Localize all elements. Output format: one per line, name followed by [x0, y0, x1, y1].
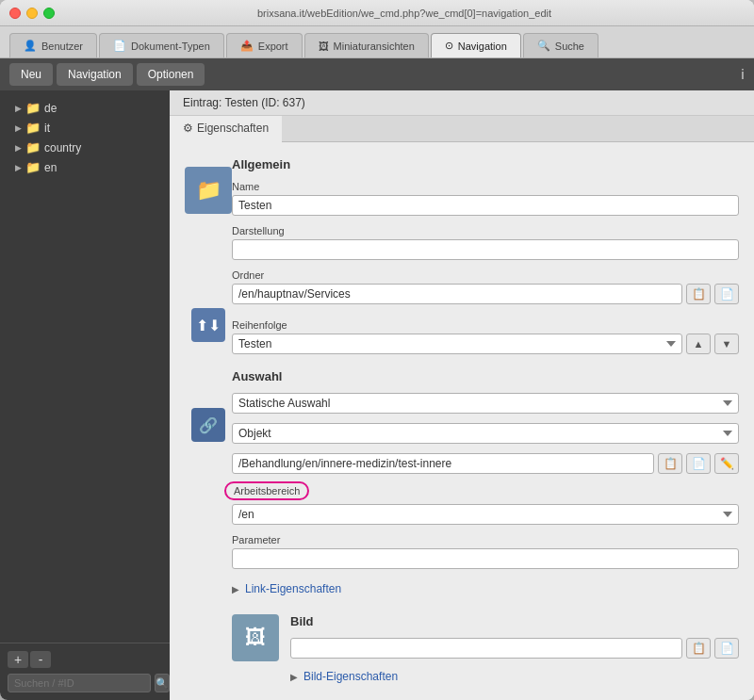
sidebar-item-it[interactable]: ▶ 📁 it [0, 118, 170, 138]
sidebar-item-label-it: it [44, 122, 50, 135]
toolbar: Neu Navigation Optionen i [0, 58, 754, 90]
content-body: 📁 ⬆⬇ 🔗 Allgemein Name [170, 142, 754, 700]
ordner-input[interactable] [232, 284, 682, 304]
optionen-button[interactable]: Optionen [137, 63, 205, 86]
sidebar-item-label-country: country [44, 141, 81, 155]
arbeitsbereich-group: Arbeitsbereich /en [232, 483, 739, 525]
tab-suche-label: Suche [555, 41, 584, 52]
close-button[interactable] [9, 8, 21, 19]
folder-icon-it: 📁 [25, 121, 41, 135]
eigenschaften-icon: ⚙ [183, 122, 193, 135]
arbeitsbereich-select[interactable]: /en [232, 504, 739, 525]
tab-navigation[interactable]: ⊙ Navigation [431, 33, 521, 57]
auswahl-select2[interactable]: Objekt [232, 423, 739, 444]
search-bar: 🔍 [8, 674, 162, 692]
minimize-button[interactable] [26, 8, 38, 19]
content-area: Eintrag: Testen (ID: 637) ⚙ Eigenschafte… [170, 90, 754, 700]
auswahl-doc-button[interactable]: 📄 [686, 453, 711, 474]
auswahl-path-input[interactable] [232, 453, 654, 474]
dokument-typen-icon: 📄 [113, 40, 126, 52]
auswahl-copy-button[interactable]: 📋 [658, 453, 682, 474]
link-eigenschaften-row[interactable]: ▶ Link-Eigenschaften [232, 578, 739, 599]
ordner-copy-button[interactable]: 📋 [686, 284, 711, 304]
info-button[interactable]: i [741, 67, 745, 82]
folder-large-icon: 📁 [185, 167, 232, 214]
auswahl-path-row: 📋 📄 ✏️ [232, 453, 739, 474]
bild-title: Bild [290, 614, 739, 628]
bild-input-row: 📋 📄 [290, 638, 739, 659]
allgemein-title: Allgemein [232, 157, 739, 171]
bild-eigenschaften-row[interactable]: ▶ Bild-Eigenschaften [290, 666, 739, 687]
sidebar-bottom: + - 🔍 [0, 643, 170, 700]
tab-export[interactable]: 📤 Export [226, 33, 303, 57]
folder-icon-de: 📁 [25, 101, 41, 115]
sidebar-item-label-en: en [44, 161, 57, 174]
miniatur-icon: 🖼 [319, 41, 329, 52]
zoom-in-button[interactable]: + [8, 651, 28, 668]
name-label: Name [232, 181, 739, 192]
auswahl-select1-group: Statische Auswahl [232, 393, 739, 414]
sidebar-item-de[interactable]: ▶ 📁 de [0, 98, 170, 118]
name-input[interactable] [232, 195, 739, 216]
name-group: Name [232, 181, 739, 216]
bild-input[interactable] [290, 638, 682, 659]
search-icon-button[interactable]: 🔍 [155, 674, 170, 692]
navigation-button[interactable]: Navigation [57, 63, 133, 86]
reihenfolge-row: Testen ▲ ▼ [232, 334, 739, 354]
bild-copy-button[interactable]: 📋 [686, 638, 711, 659]
maximize-button[interactable] [43, 8, 55, 19]
ordner-folder-button[interactable]: 📄 [714, 284, 739, 304]
tab-miniaturansichten[interactable]: 🖼 Miniaturansichten [304, 33, 429, 57]
bild-eigenschaften-arrow: ▶ [290, 672, 298, 682]
arbeitsbereich-highlight: Arbeitsbereich [224, 481, 309, 500]
neu-button[interactable]: Neu [9, 63, 53, 86]
form-with-icons: 📁 ⬆⬇ 🔗 Allgemein Name [185, 157, 739, 700]
title-bar: brixsana.it/webEdition/we_cmd.php?we_cmd… [0, 0, 754, 26]
sidebar-item-en[interactable]: ▶ 📁 en [0, 157, 170, 177]
suche-icon: 🔍 [537, 40, 550, 52]
up-down-icon[interactable]: ⬆⬇ [191, 308, 225, 342]
auswahl-path-group: 📋 📄 ✏️ [232, 453, 739, 474]
link-eigenschaften-arrow: ▶ [232, 584, 239, 594]
parameter-label: Parameter [232, 534, 739, 545]
reihenfolge-select[interactable]: Testen [232, 334, 682, 354]
tab-dokument-typen-label: Dokument-Typen [131, 41, 210, 52]
reihenfolge-label: Reihenfolge [232, 319, 739, 331]
reihenfolge-down-button[interactable]: ▼ [714, 334, 739, 354]
sidebar-item-country[interactable]: ▶ 📁 country [0, 138, 170, 157]
tree-arrow-it: ▶ [15, 123, 22, 133]
folder-icon-en: 📁 [25, 160, 41, 174]
content-tab-eigenschaften[interactable]: ⚙ Eigenschaften [170, 116, 282, 142]
sidebar: ▶ 📁 de ▶ 📁 it ▶ 📁 country ▶ 📁 en [0, 90, 170, 700]
ordner-label: Ordner [232, 269, 739, 281]
parameter-input[interactable] [232, 548, 739, 569]
auswahl-title: Auswahl [232, 369, 739, 383]
navigation-tab-icon: ⊙ [445, 40, 453, 52]
bild-doc-button[interactable]: 📄 [714, 638, 739, 659]
parameter-group: Parameter [232, 534, 739, 569]
window-title: brixsana.it/webEdition/we_cmd.php?we_cmd… [64, 8, 745, 19]
zoom-out-button[interactable]: - [30, 651, 51, 668]
left-icons: 📁 ⬆⬇ 🔗 [185, 157, 232, 700]
search-input[interactable] [8, 674, 151, 692]
window: brixsana.it/webEdition/we_cmd.php?we_cmd… [0, 0, 754, 700]
reihenfolge-up-button[interactable]: ▲ [686, 334, 711, 354]
folder-icon-country: 📁 [25, 140, 41, 155]
arbeitsbereich-label: Arbeitsbereich [232, 483, 302, 498]
link-eigenschaften-label: Link-Eigenschaften [245, 582, 341, 595]
darstellung-input[interactable] [232, 239, 739, 260]
tab-benutzer-label: Benutzer [41, 41, 83, 52]
reihenfolge-section: Reihenfolge Testen ▲ ▼ [232, 319, 739, 354]
tab-benutzer[interactable]: 👤 Benutzer [9, 33, 97, 57]
benutzer-icon: 👤 [24, 40, 37, 52]
darstellung-group: Darstellung [232, 225, 739, 260]
auswahl-select1[interactable]: Statische Auswahl [232, 393, 739, 414]
tab-suche[interactable]: 🔍 Suche [523, 33, 598, 57]
export-icon: 📤 [240, 40, 254, 52]
content-header: Eintrag: Testen (ID: 637) [170, 90, 754, 116]
auswahl-edit-button[interactable]: ✏️ [714, 453, 739, 474]
tabs-bar: 👤 Benutzer 📄 Dokument-Typen 📤 Export 🖼 M… [0, 26, 754, 58]
tab-dokument-typen[interactable]: 📄 Dokument-Typen [99, 33, 224, 57]
image-icon: 🖼 [232, 614, 279, 661]
tree-arrow-de: ▶ [15, 104, 22, 113]
